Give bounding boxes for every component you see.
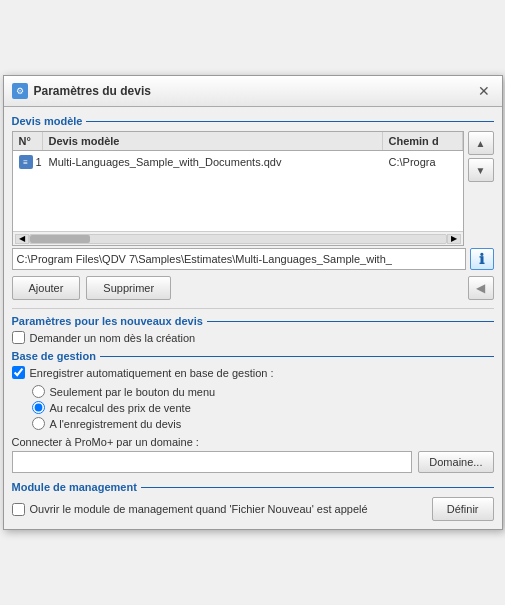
radio-seulement-menu-label: Seulement par le bouton du menu [50,386,216,398]
close-button[interactable]: ✕ [474,81,494,101]
connect-input[interactable] [12,451,413,473]
col-header-chemin: Chemin d [383,132,463,150]
cell-num: ≡ 1 [13,153,43,171]
radio-seulement-menu[interactable] [32,385,45,398]
enregistrer-auto-checkbox[interactable] [12,366,25,379]
scroll-track[interactable] [29,234,447,244]
ajouter-button[interactable]: Ajouter [12,276,81,300]
table-row[interactable]: ≡ 1 Multi-Languages_Sample_with_Document… [13,151,463,173]
col-header-num: N° [13,132,43,150]
cell-model: Multi-Languages_Sample_with_Documents.qd… [43,154,383,170]
bottom-row: Ouvrir le module de management quand 'Fi… [12,497,494,521]
devis-modele-section-label: Devis modèle [12,115,494,127]
path-row: ℹ [12,248,494,270]
table-body: ≡ 1 Multi-Languages_Sample_with_Document… [13,151,463,231]
params-nouveaux-section-label: Paramètres pour les nouveaux devis [12,315,494,327]
back-button[interactable]: ◀ [468,276,494,300]
main-window: ⚙ Paramètres du devis ✕ Devis modèle N° … [3,75,503,530]
supprimer-button[interactable]: Supprimer [86,276,171,300]
navigate-button[interactable]: ℹ [470,248,494,270]
table-header: N° Devis modèle Chemin d [13,132,463,151]
radio-a-enregistrement-label: A l'enregistrement du devis [50,418,182,430]
scroll-left-button[interactable]: ◀ [15,234,29,244]
ouvrir-module-checkbox[interactable] [12,503,25,516]
radio-au-recalcul-row: Au recalcul des prix de vente [32,401,494,414]
connect-row: Domaine... [12,451,494,473]
demander-nom-checkbox[interactable] [12,331,25,344]
base-gestion-section-label: Base de gestion [12,350,494,362]
add-delete-row: Ajouter Supprimer ◀ [12,276,494,300]
radio-au-recalcul-label: Au recalcul des prix de vente [50,402,191,414]
enregistrer-auto-row: Enregistrer automatiquement en base de g… [12,366,494,379]
separator-1 [12,308,494,309]
enregistrer-auto-label: Enregistrer automatiquement en base de g… [30,367,274,379]
col-header-model: Devis modèle [43,132,383,150]
move-down-button[interactable]: ▼ [468,158,494,182]
radio-a-enregistrement[interactable] [32,417,45,430]
move-up-button[interactable]: ▲ [468,131,494,155]
ouvrir-module-label: Ouvrir le module de management quand 'Fi… [30,503,368,515]
definir-button[interactable]: Définir [432,497,494,521]
window-title: Paramètres du devis [34,84,468,98]
path-input[interactable] [12,248,466,270]
scroll-thumb[interactable] [30,235,90,243]
radio-seulement-menu-row: Seulement par le bouton du menu [32,385,494,398]
table-container: N° Devis modèle Chemin d ≡ 1 Multi-Langu… [12,131,494,246]
radio-au-recalcul[interactable] [32,401,45,414]
horizontal-scrollbar[interactable]: ◀ ▶ [13,231,463,245]
cell-chemin: C:\Progra [383,154,463,170]
radio-a-enregistrement-row: A l'enregistrement du devis [32,417,494,430]
demander-nom-label: Demander un nom dès la création [30,332,196,344]
window-icon: ⚙ [12,83,28,99]
row-icon: ≡ [19,155,33,169]
content-area: Devis modèle N° Devis modèle Chemin d ≡ … [4,107,502,529]
connect-label: Connecter à ProMo+ par un domaine : [12,436,494,448]
module-management-section-label: Module de management [12,481,494,493]
demander-nom-row: Demander un nom dès la création [12,331,494,344]
table-wrapper: N° Devis modèle Chemin d ≡ 1 Multi-Langu… [12,131,464,246]
scroll-right-button[interactable]: ▶ [447,234,461,244]
radio-group: Seulement par le bouton du menu Au recal… [32,385,494,430]
domaine-button[interactable]: Domaine... [418,451,493,473]
title-bar: ⚙ Paramètres du devis ✕ [4,76,502,107]
side-buttons: ▲ ▼ [468,131,494,246]
